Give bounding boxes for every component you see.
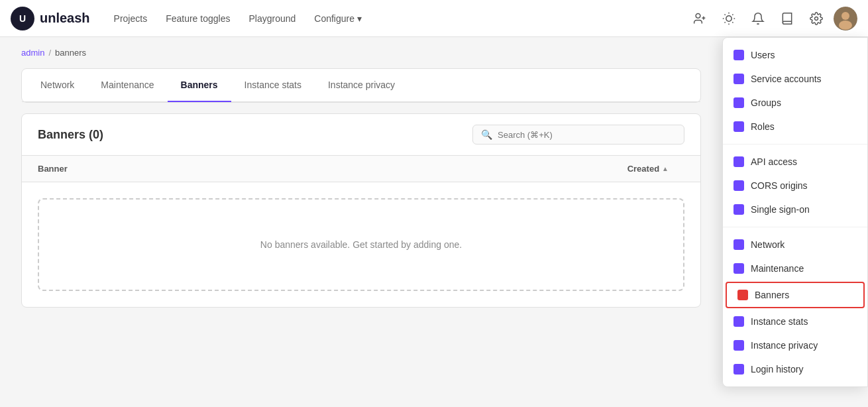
tab-maintenance[interactable]: Maintenance: [87, 69, 167, 102]
nav-configure[interactable]: Configure ▾: [306, 9, 370, 28]
theme-toggle-button[interactable]: [717, 7, 741, 30]
menu-label-service-accounts: Service accounts: [751, 74, 822, 84]
menu-label-users: Users: [751, 50, 775, 60]
empty-state: No banners available. Get started by add…: [38, 198, 684, 291]
tab-instance-privacy[interactable]: Instance privacy: [315, 69, 408, 102]
menu-icon-users: [733, 50, 744, 60]
menu-label-cors-origins: CORS origins: [751, 180, 808, 191]
breadcrumb-current: banners: [55, 48, 86, 58]
menu-divider-1: [723, 144, 867, 145]
svg-line-10: [725, 22, 726, 23]
banners-title: Banners (0): [38, 128, 103, 142]
menu-icon-maintenance: [733, 263, 744, 274]
add-user-button[interactable]: [688, 7, 712, 30]
banners-section: Banners (0) 🔍 Banner Created ▲ No banner…: [21, 113, 701, 308]
menu-item-banners[interactable]: Banners: [726, 282, 865, 308]
search-icon: 🔍: [481, 129, 492, 140]
settings-button[interactable]: [804, 7, 828, 30]
menu-item-users[interactable]: Users: [723, 43, 867, 67]
svg-point-0: [696, 13, 700, 18]
menu-item-roles[interactable]: Roles: [723, 115, 867, 139]
menu-icon-groups: [733, 97, 744, 108]
menu-label-maintenance: Maintenance: [751, 263, 804, 274]
notifications-button[interactable]: [746, 7, 770, 30]
menu-icon-network: [733, 239, 744, 250]
menu-label-network: Network: [751, 239, 785, 250]
nav-feature-toggles[interactable]: Feature toggles: [158, 9, 238, 28]
svg-point-12: [815, 17, 818, 20]
menu-icon-roles: [733, 121, 744, 132]
logo-area[interactable]: U unleash: [11, 7, 90, 30]
tab-network[interactable]: Network: [27, 69, 87, 102]
breadcrumb-admin[interactable]: admin: [21, 48, 44, 58]
table-header: Banner Created ▲: [22, 156, 700, 182]
topnav: U unleash Projects Feature toggles Playg…: [0, 0, 868, 37]
docs-button[interactable]: [775, 7, 799, 30]
svg-line-7: [732, 22, 733, 23]
column-created[interactable]: Created ▲: [627, 164, 669, 174]
breadcrumb: admin / banners: [21, 48, 701, 58]
nav-icons: [688, 7, 857, 30]
menu-item-instance-stats[interactable]: Instance stats: [723, 310, 867, 318]
brand-name: unleash: [40, 11, 90, 26]
menu-item-service-accounts[interactable]: Service accounts: [723, 67, 867, 91]
menu-icon-api-access: [733, 156, 744, 167]
menu-label-groups: Groups: [751, 97, 781, 108]
menu-label-roles: Roles: [751, 121, 775, 132]
menu-item-single-sign-on[interactable]: Single sign-on: [723, 198, 867, 221]
tab-banners[interactable]: Banners: [168, 69, 231, 102]
menu-icon-instance-stats: [733, 316, 744, 318]
nav-links: Projects Feature toggles Playground Conf…: [106, 9, 672, 28]
menu-divider-2: [723, 227, 867, 227]
menu-item-groups[interactable]: Groups: [723, 91, 867, 115]
menu-label-api-access: API access: [751, 156, 797, 167]
dropdown-menu: Users Service accounts Groups Roles API …: [722, 37, 868, 318]
menu-item-cors-origins[interactable]: CORS origins: [723, 174, 867, 198]
menu-icon-service-accounts: [733, 74, 744, 84]
svg-point-15: [839, 21, 852, 30]
menu-item-api-access[interactable]: API access: [723, 150, 867, 174]
avatar[interactable]: [834, 7, 857, 30]
svg-point-14: [841, 12, 849, 20]
nav-projects[interactable]: Projects: [106, 9, 156, 28]
menu-label-banners: Banners: [755, 290, 789, 300]
logo-icon: U: [11, 7, 34, 30]
menu-item-network[interactable]: Network: [723, 233, 867, 257]
svg-point-3: [726, 15, 732, 21]
breadcrumb-separator: /: [48, 48, 51, 58]
chevron-down-icon: ▾: [357, 13, 362, 24]
search-box[interactable]: 🔍: [472, 125, 684, 145]
menu-icon-cors-origins: [733, 180, 744, 191]
tabs-card: Network Maintenance Banners Instance sta…: [21, 68, 701, 103]
menu-item-maintenance[interactable]: Maintenance: [723, 257, 867, 280]
menu-label-single-sign-on: Single sign-on: [751, 204, 810, 215]
search-input[interactable]: [498, 130, 676, 140]
column-banner: Banner: [38, 164, 627, 174]
tab-instance-stats[interactable]: Instance stats: [231, 69, 315, 102]
svg-line-11: [732, 14, 733, 15]
empty-message: No banners available. Get started by add…: [260, 239, 462, 250]
nav-playground[interactable]: Playground: [241, 9, 303, 28]
menu-icon-single-sign-on: [733, 204, 744, 215]
menu-icon-banners: [737, 290, 748, 300]
tabs-row: Network Maintenance Banners Instance sta…: [22, 69, 700, 102]
banners-header: Banners (0) 🔍: [22, 114, 700, 156]
svg-line-6: [725, 14, 726, 15]
main-content: admin / banners Network Maintenance Bann…: [0, 37, 722, 318]
sort-icon: ▲: [662, 165, 669, 172]
menu-label-instance-stats: Instance stats: [751, 316, 808, 318]
